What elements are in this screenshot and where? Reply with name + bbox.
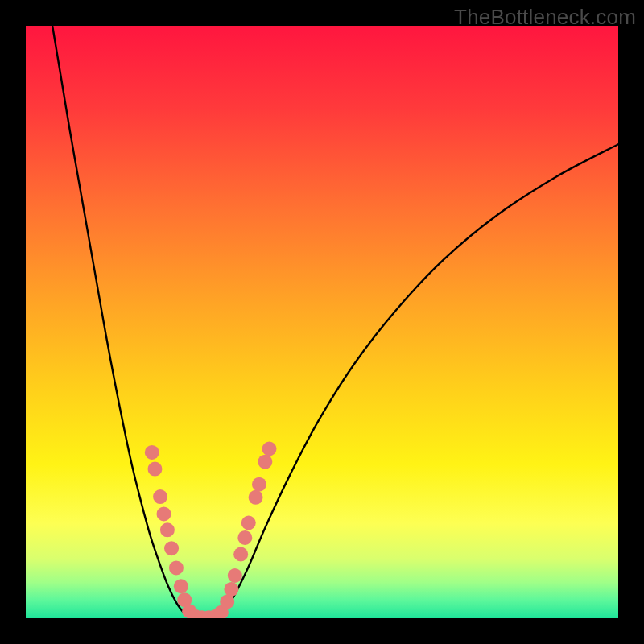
curve-marker — [262, 442, 277, 456]
watermark-text: TheBottleneck.com — [454, 5, 636, 30]
curve-marker — [249, 490, 263, 505]
curve-marker — [258, 455, 272, 469]
curve-layer — [26, 26, 618, 618]
curve-marker — [160, 522, 175, 537]
curve-marker — [237, 530, 252, 545]
curve-marker — [147, 462, 162, 477]
curve-marker — [153, 489, 167, 504]
curve-marker — [169, 560, 184, 575]
curve-marker — [174, 579, 188, 593]
curve-marker — [228, 568, 242, 583]
chart-frame: TheBottleneck.com — [0, 0, 644, 644]
curve-marker — [242, 516, 256, 530]
curve-marker — [145, 445, 159, 460]
curve-marker — [156, 506, 171, 521]
curve-marker — [224, 582, 238, 597]
curve-marker — [164, 541, 179, 555]
marker-group — [145, 442, 277, 619]
plot-area — [26, 26, 618, 618]
curve-marker — [220, 594, 234, 609]
curve-marker — [252, 477, 266, 492]
curve-marker — [233, 547, 248, 562]
bottleneck-curve — [52, 26, 618, 618]
